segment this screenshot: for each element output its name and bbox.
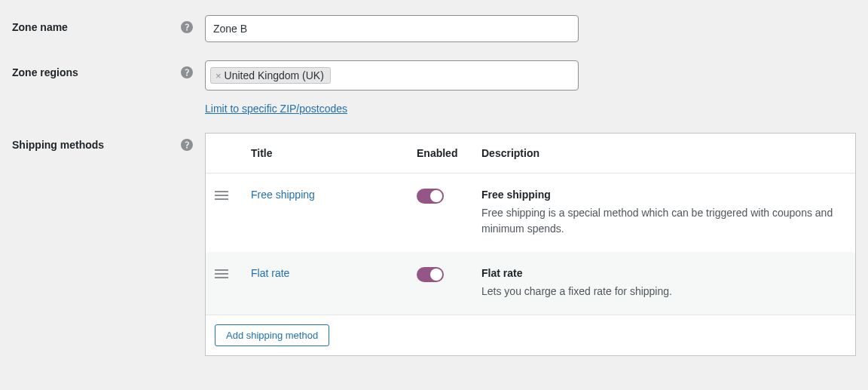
region-tag[interactable]: × United Kingdom (UK): [210, 67, 331, 84]
table-header-title: Title: [242, 134, 408, 174]
method-title-link[interactable]: Flat rate: [251, 267, 289, 279]
help-icon[interactable]: [181, 21, 193, 33]
table-header-enabled: Enabled: [408, 134, 472, 174]
zone-regions-label: Zone regions: [12, 66, 78, 78]
zone-regions-select[interactable]: × United Kingdom (UK): [205, 60, 579, 91]
svg-rect-5: [215, 277, 228, 278]
shipping-methods-label: Shipping methods: [12, 139, 104, 151]
method-desc-text: Lets you charge a fixed rate for shippin…: [481, 284, 846, 299]
region-tag-label: United Kingdom (UK): [225, 69, 324, 81]
enabled-toggle[interactable]: [417, 267, 444, 282]
drag-handle-icon[interactable]: [215, 189, 228, 201]
drag-handle-icon[interactable]: [215, 267, 228, 279]
svg-rect-3: [215, 269, 228, 271]
table-header-description: Description: [472, 134, 855, 174]
svg-rect-0: [215, 191, 228, 192]
method-desc-title: Flat rate: [481, 267, 846, 279]
svg-rect-2: [215, 198, 228, 200]
method-desc-text: Free shipping is a special method which …: [481, 205, 846, 237]
method-desc-title: Free shipping: [481, 189, 846, 201]
close-icon[interactable]: ×: [215, 70, 222, 81]
zone-name-label: Zone name: [12, 21, 68, 33]
svg-rect-4: [215, 273, 228, 275]
table-row: Free shipping Free shipping Free shippin…: [206, 174, 855, 253]
zone-name-input[interactable]: [205, 15, 579, 42]
help-icon[interactable]: [181, 139, 193, 151]
add-shipping-method-button[interactable]: Add shipping method: [215, 324, 329, 346]
table-row: Flat rate Flat rate Lets you charge a fi…: [206, 252, 855, 315]
limit-postcodes-link[interactable]: Limit to specific ZIP/postcodes: [205, 103, 347, 115]
help-icon[interactable]: [181, 66, 193, 78]
enabled-toggle[interactable]: [417, 189, 444, 204]
svg-rect-1: [215, 195, 228, 196]
shipping-methods-table: Title Enabled Description: [205, 133, 856, 356]
method-title-link[interactable]: Free shipping: [251, 189, 315, 201]
